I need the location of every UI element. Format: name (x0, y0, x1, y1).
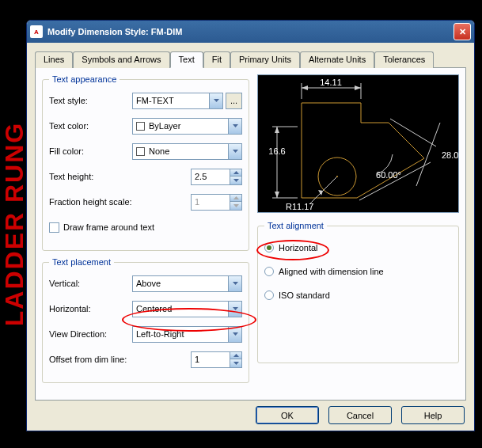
svg-marker-9 (233, 332, 238, 336)
chevron-up-icon (233, 171, 239, 174)
chevron-down-icon (233, 124, 238, 127)
chevron-down-icon (233, 332, 238, 336)
svg-line-26 (390, 119, 436, 146)
svg-marker-4 (233, 179, 239, 182)
svg-marker-1 (233, 124, 238, 127)
label-text-style: Text style: (49, 96, 132, 105)
close-button[interactable]: ✕ (454, 23, 471, 40)
radio-iso[interactable] (264, 290, 274, 300)
fraction-scale-down (230, 202, 242, 211)
text-height-up[interactable] (230, 169, 242, 177)
vertical-combo[interactable]: Above (132, 275, 229, 292)
tab-tolerances[interactable]: Tolerances (374, 51, 434, 68)
legend-alignment: Text alignment (264, 221, 327, 230)
background-side-text: LADDER RUNG (0, 122, 29, 326)
preview-drawing: 14.11 16.6 28.07 60.00° (258, 75, 458, 212)
text-height-input[interactable]: 2.5 (191, 169, 230, 185)
ok-button[interactable]: OK (256, 406, 319, 424)
group-text-appearance: Text appearance Text style: FM-TEXT ... … (42, 74, 249, 251)
tab-text[interactable]: Text (170, 51, 203, 68)
svg-marker-7 (233, 282, 238, 285)
label-radio-horizontal[interactable]: Horizontal (279, 243, 318, 252)
horizontal-dropdown-button[interactable] (229, 301, 242, 317)
legend-placement: Text placement (49, 257, 114, 267)
tab-lines[interactable]: Lines (35, 51, 73, 68)
chevron-up-icon (233, 196, 239, 199)
titlebar[interactable]: A Modify Dimension Style: FM-DIM ✕ (27, 21, 474, 43)
text-color-combo[interactable]: ByLayer (132, 118, 229, 135)
chevron-down-icon (233, 204, 239, 207)
label-fill-color: Fill color: (49, 146, 132, 156)
tab-alternate-units[interactable]: Alternate Units (300, 51, 374, 68)
label-text-color: Text color: (49, 121, 132, 131)
svg-line-30 (309, 177, 337, 204)
svg-marker-17 (355, 85, 361, 90)
svg-marker-16 (302, 85, 308, 90)
draw-frame-checkbox[interactable] (49, 222, 59, 233)
label-vertical: Vertical: (49, 279, 132, 288)
fill-color-dropdown-button[interactable] (229, 143, 242, 160)
offset-down[interactable] (230, 359, 242, 368)
svg-marker-0 (214, 99, 219, 102)
view-direction-combo[interactable]: Left-to-Right (132, 326, 229, 343)
svg-text:28.07: 28.07 (442, 150, 458, 160)
group-text-placement: Text placement Vertical: Above Horizonta… (42, 257, 249, 383)
label-draw-frame[interactable]: Draw frame around text (63, 222, 154, 232)
view-direction-dropdown-button[interactable] (229, 326, 242, 343)
svg-text:14.11: 14.11 (320, 78, 342, 87)
svg-text:R11.17: R11.17 (286, 202, 313, 211)
offset-input[interactable]: 1 (191, 351, 230, 368)
horizontal-combo[interactable]: Centered (132, 301, 229, 317)
svg-marker-22 (275, 127, 279, 133)
svg-point-33 (336, 176, 338, 177)
offset-up[interactable] (230, 351, 242, 360)
text-style-dropdown-button[interactable] (210, 93, 223, 109)
label-offset: Offset from dim line: (49, 355, 191, 364)
tab-strip: Lines Symbols and Arrows Text Fit Primar… (35, 51, 466, 68)
label-fraction-scale: Fraction height scale: (49, 197, 191, 207)
chevron-down-icon (233, 282, 238, 285)
legend-appearance: Text appearance (49, 74, 120, 84)
dimension-preview: 14.11 16.6 28.07 60.00° (257, 74, 459, 213)
tab-fit[interactable]: Fit (203, 51, 230, 68)
chevron-down-icon (233, 179, 239, 182)
text-color-dropdown-button[interactable] (229, 118, 242, 135)
text-style-combo[interactable]: FM-TEXT (132, 93, 210, 109)
label-text-height: Text height: (49, 172, 191, 181)
vertical-dropdown-button[interactable] (229, 275, 242, 292)
chevron-down-icon (233, 307, 238, 310)
label-view-direction: View Direction: (49, 329, 132, 339)
chevron-down-icon (214, 99, 219, 102)
chevron-up-icon (233, 354, 239, 357)
text-style-browse-button[interactable]: ... (226, 93, 242, 109)
app-icon: A (30, 25, 43, 38)
tab-symbols-arrows[interactable]: Symbols and Arrows (73, 51, 169, 68)
fraction-scale-up (230, 194, 242, 203)
label-horizontal: Horizontal: (49, 304, 132, 313)
svg-marker-10 (233, 354, 239, 357)
tab-panel-text: Text appearance Text style: FM-TEXT ... … (35, 68, 466, 401)
radio-aligned[interactable] (264, 267, 274, 276)
svg-line-25 (359, 162, 431, 200)
close-icon: ✕ (459, 27, 466, 37)
window-title: Modify Dimension Style: FM-DIM (47, 27, 183, 36)
label-radio-iso[interactable]: ISO standard (279, 290, 330, 300)
svg-marker-23 (275, 192, 279, 198)
tab-primary-units[interactable]: Primary Units (230, 51, 300, 68)
chevron-down-icon (233, 150, 238, 153)
chevron-down-icon (233, 362, 239, 365)
fill-color-combo[interactable]: None (132, 143, 229, 160)
svg-text:16.6: 16.6 (268, 146, 285, 156)
cancel-button[interactable]: Cancel (328, 406, 392, 424)
svg-marker-6 (233, 204, 239, 207)
dialog: A Modify Dimension Style: FM-DIM ✕ Lines… (26, 20, 475, 431)
text-height-down[interactable] (230, 177, 242, 185)
svg-marker-5 (233, 196, 239, 199)
radio-horizontal[interactable] (264, 243, 274, 252)
fraction-scale-input: 1 (191, 194, 230, 211)
svg-marker-3 (233, 171, 239, 174)
help-button[interactable]: Help (401, 406, 465, 424)
label-radio-aligned[interactable]: Aligned with dimension line (279, 267, 384, 276)
svg-marker-11 (233, 362, 239, 365)
group-text-alignment: Text alignment Horizontal Aligned with d… (257, 221, 459, 363)
